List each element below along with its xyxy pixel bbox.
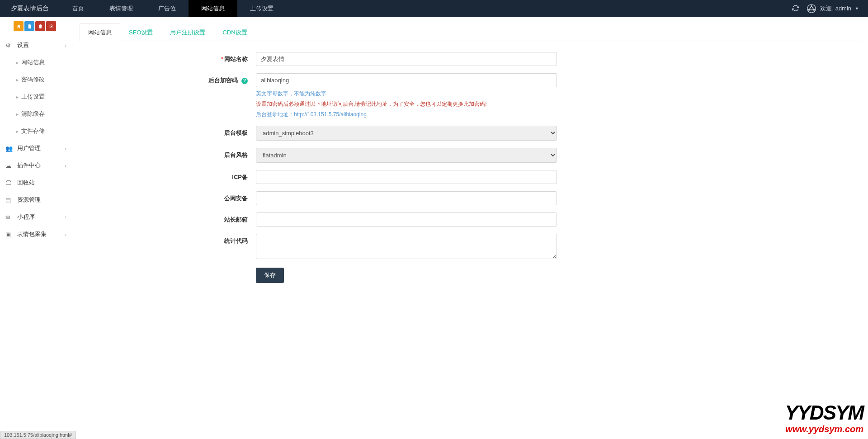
label-stats: 统计代码 <box>80 234 256 245</box>
nav-upload[interactable]: 上传设置 <box>237 0 286 17</box>
quick-gear-button[interactable] <box>46 21 56 31</box>
hint-admincode-1: 英文字母数字，不能为纯数字 <box>256 90 557 98</box>
sidebar-item-label: 用户管理 <box>17 144 41 152</box>
sidebar-item-label: 小程序 <box>17 213 35 221</box>
chevron-right-icon: › <box>65 163 66 168</box>
sidebar-item-label: 设置 <box>17 41 29 49</box>
sidebar-sub-siteinfo[interactable]: 网站信息 <box>9 54 73 71</box>
user-menu[interactable]: 欢迎, admin ▼ <box>807 4 859 14</box>
refresh-icon[interactable] <box>792 5 799 13</box>
chevron-right-icon: › <box>65 231 66 237</box>
input-icp[interactable] <box>256 170 557 184</box>
label-police: 公网安备 <box>80 191 256 203</box>
input-sitename[interactable] <box>256 52 557 66</box>
nav-home[interactable]: 首页 <box>60 0 97 17</box>
label-sitename: *网站名称 <box>80 52 256 63</box>
save-button[interactable]: 保存 <box>256 268 284 283</box>
tab-cdn[interactable]: CDN设置 <box>214 24 255 41</box>
sidebar-item-recycle[interactable]: 🖵 回收站 <box>0 174 73 191</box>
sidebar: ⚙ 设置 › 网站信息 密码修改 上传设置 清除缓存 文件存储 👥 用户管理 ›… <box>0 17 73 431</box>
sidebar-sub-upload[interactable]: 上传设置 <box>9 88 73 105</box>
hint-admincode-2: 设置加密码后必须通过以下地址访问后台,请劳记此地址，为了安全，您也可以定期更换此… <box>256 100 557 108</box>
chevron-right-icon: › <box>65 214 66 220</box>
textarea-stats[interactable] <box>256 234 557 259</box>
share-icon <box>807 4 816 14</box>
sidebar-sub-password[interactable]: 密码修改 <box>9 71 73 88</box>
quick-trash-button[interactable] <box>35 21 45 31</box>
label-icp: ICP备 <box>80 170 256 181</box>
sidebar-item-settings[interactable]: ⚙ 设置 › <box>0 37 73 54</box>
sidebar-item-collect[interactable]: ▣ 表情包采集 › <box>0 226 73 243</box>
sidebar-item-plugins[interactable]: ☁ 插件中心 › <box>0 157 73 174</box>
label-admincode: 后台加密码 ? <box>80 73 256 85</box>
select-template[interactable]: admin_simpleboot3 <box>256 126 557 141</box>
input-police[interactable] <box>256 191 557 205</box>
sidebar-sub-cache[interactable]: 清除缓存 <box>9 105 73 123</box>
topbar: 夕夏表情后台 首页 表情管理 广告位 网站信息 上传设置 欢迎, admin ▼ <box>0 0 868 17</box>
quick-doc-button[interactable] <box>24 21 34 31</box>
input-admincode[interactable] <box>256 73 557 87</box>
sidebar-item-users[interactable]: 👥 用户管理 › <box>0 140 73 157</box>
brand-title: 夕夏表情后台 <box>0 5 60 13</box>
sidebar-item-resources[interactable]: ▤ 资源管理 <box>0 191 73 208</box>
quick-home-button[interactable] <box>14 21 24 31</box>
sidebar-item-label: 插件中心 <box>17 161 41 170</box>
help-icon[interactable]: ? <box>241 78 248 84</box>
monitor-icon: 🖵 <box>5 179 14 186</box>
hint-admincode-3: 后台登录地址：http://103.151.5.75/alibiaoqing <box>256 111 557 118</box>
nav-ads[interactable]: 广告位 <box>146 0 189 17</box>
tab-seo[interactable]: SEO设置 <box>120 24 161 41</box>
quick-buttons <box>0 20 73 34</box>
users-icon: 👥 <box>5 145 14 152</box>
chevron-right-icon: › <box>65 146 66 151</box>
image-icon: ▣ <box>5 231 14 238</box>
sidebar-item-miniapp[interactable]: ✉ 小程序 › <box>0 208 73 226</box>
label-style: 后台风格 <box>80 148 256 159</box>
site-form: *网站名称 后台加密码 ? 英文字母数字，不能为纯数字 设置加密码后必须通过以下… <box>80 41 862 301</box>
label-template: 后台模板 <box>80 126 256 137</box>
wechat-icon: ✉ <box>5 214 14 221</box>
nav-emotes[interactable]: 表情管理 <box>97 0 146 17</box>
select-style[interactable]: flatadmin <box>256 148 557 163</box>
caret-down-icon: ▼ <box>855 6 859 11</box>
label-email: 站长邮箱 <box>80 212 256 224</box>
gear-icon: ⚙ <box>5 42 14 49</box>
chevron-right-icon: › <box>65 42 66 48</box>
sidebar-sub-storage[interactable]: 文件存储 <box>9 123 73 140</box>
top-nav: 首页 表情管理 广告位 网站信息 上传设置 <box>60 0 286 17</box>
tab-register[interactable]: 用户注册设置 <box>161 24 214 41</box>
nav-siteinfo[interactable]: 网站信息 <box>189 0 237 17</box>
sidebar-item-label: 资源管理 <box>17 196 41 204</box>
tab-siteinfo[interactable]: 网站信息 <box>80 24 120 41</box>
input-email[interactable] <box>256 212 557 227</box>
user-welcome: 欢迎, admin <box>820 5 851 13</box>
content-tabs: 网站信息 SEO设置 用户注册设置 CDN设置 <box>80 24 862 41</box>
file-icon: ▤ <box>5 197 14 203</box>
sidebar-item-label: 表情包采集 <box>17 230 47 238</box>
content-area: 网站信息 SEO设置 用户注册设置 CDN设置 *网站名称 后台加密码 ? 英文… <box>73 17 868 431</box>
sidebar-item-label: 回收站 <box>17 179 35 187</box>
svg-point-4 <box>51 26 52 27</box>
cloud-icon: ☁ <box>5 162 14 169</box>
sidebar-menu: ⚙ 设置 › 网站信息 密码修改 上传设置 清除缓存 文件存储 👥 用户管理 ›… <box>0 37 73 243</box>
